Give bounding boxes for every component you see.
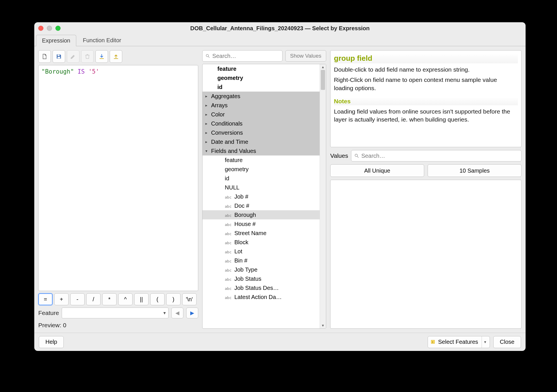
type-abc-icon: abc bbox=[225, 213, 231, 218]
operator-button[interactable]: / bbox=[86, 293, 101, 305]
operator-button[interactable]: - bbox=[70, 293, 85, 305]
content-area: "Borough" IS '5' =+-/*^||()'\n' Feature … bbox=[34, 46, 526, 333]
values-buttons-row: All Unique 10 Samples bbox=[330, 164, 522, 177]
download-icon bbox=[99, 53, 105, 60]
values-list[interactable] bbox=[330, 180, 522, 329]
tree-field-item[interactable]: abcLot bbox=[203, 247, 320, 256]
caret-icon: ▸ bbox=[205, 140, 211, 144]
tree-field-item[interactable]: geometry bbox=[203, 165, 320, 174]
help-pane: group field Double-click to add field na… bbox=[330, 50, 522, 147]
tree-group[interactable]: ▸Aggregates bbox=[203, 92, 320, 101]
tree-field-item[interactable]: abcLatest Action Da… bbox=[203, 292, 320, 302]
tree-group[interactable]: ▸Arrays bbox=[203, 101, 320, 110]
expression-token-keyword: IS bbox=[77, 68, 85, 75]
help-button[interactable]: Help bbox=[39, 336, 64, 348]
save-icon bbox=[56, 53, 62, 60]
scroll-up-button[interactable]: ▲ bbox=[320, 64, 326, 70]
tree-search-input[interactable] bbox=[212, 53, 279, 59]
select-features-label: Select Features bbox=[438, 339, 478, 345]
scroll-track[interactable] bbox=[320, 70, 326, 323]
scroll-down-button[interactable]: ▼ bbox=[320, 323, 326, 328]
tree-field-item[interactable]: abcStreet Name bbox=[203, 229, 320, 238]
values-search-input[interactable] bbox=[361, 153, 518, 159]
tree-field-item[interactable]: abcJob Type bbox=[203, 265, 320, 274]
tree-field-item[interactable]: abcHouse # bbox=[203, 219, 320, 229]
type-abc-icon: abc bbox=[225, 277, 231, 282]
tree-group[interactable]: ▸Date and Time bbox=[203, 137, 320, 146]
tree-item-label: abcLatest Action Da… bbox=[211, 294, 282, 300]
tree-field-item[interactable]: abcJob Status bbox=[203, 274, 320, 283]
feature-next-button[interactable]: ▶ bbox=[186, 308, 198, 318]
feature-combo[interactable]: ▼ bbox=[62, 308, 169, 318]
function-tree: featuregeometryid▸Aggregates▸Arrays▸Colo… bbox=[202, 64, 326, 329]
values-search-box[interactable] bbox=[351, 150, 522, 161]
tree-top-item[interactable]: feature bbox=[203, 64, 320, 73]
operator-button[interactable]: ^ bbox=[118, 293, 133, 305]
export-expression-button[interactable] bbox=[110, 50, 122, 63]
tree-scrollbar[interactable]: ▲ ▼ bbox=[320, 64, 326, 328]
select-features-dropdown[interactable]: ▼ bbox=[482, 336, 488, 348]
tree-group-fields[interactable]: ▾Fields and Values bbox=[203, 146, 320, 155]
tab-expression[interactable]: Expression bbox=[36, 35, 76, 46]
type-abc-icon: abc bbox=[225, 259, 231, 263]
tree-field-item[interactable]: abcBlock bbox=[203, 238, 320, 247]
select-features-button[interactable]: ε Select Features ▼ bbox=[428, 336, 490, 348]
help-body-1: Double-click to add field name to expres… bbox=[334, 66, 518, 74]
operator-button[interactable]: + bbox=[54, 293, 69, 305]
help-body-2: Right-Click on field name to open contex… bbox=[334, 76, 518, 92]
operator-button[interactable]: || bbox=[134, 293, 149, 305]
tab-function-editor[interactable]: Function Editor bbox=[77, 35, 127, 46]
operator-button[interactable]: ( bbox=[150, 293, 165, 305]
operator-button[interactable]: ) bbox=[166, 293, 181, 305]
tree-field-item[interactable]: feature bbox=[203, 155, 320, 165]
tree-item-label: feature bbox=[211, 66, 237, 72]
chevron-down-icon: ▼ bbox=[163, 311, 167, 315]
tree-top-item[interactable]: geometry bbox=[203, 73, 320, 82]
tree-group[interactable]: ▸Color bbox=[203, 110, 320, 119]
type-abc-icon: abc bbox=[225, 296, 231, 300]
select-features-icon: ε bbox=[431, 339, 436, 345]
save-expression-button[interactable] bbox=[53, 50, 65, 63]
tree-field-item[interactable]: NULL bbox=[203, 183, 320, 192]
feature-prev-button[interactable]: ◀ bbox=[171, 308, 183, 318]
operator-button[interactable]: * bbox=[102, 293, 117, 305]
tab-bar: Expression Function Editor bbox=[34, 34, 526, 46]
minimize-window-button[interactable] bbox=[47, 26, 52, 31]
all-unique-button[interactable]: All Unique bbox=[330, 164, 424, 177]
tree-group[interactable]: ▸Conversions bbox=[203, 128, 320, 137]
ten-samples-button[interactable]: 10 Samples bbox=[428, 164, 522, 177]
operator-button[interactable]: = bbox=[38, 293, 53, 305]
close-window-button[interactable] bbox=[38, 26, 43, 31]
feature-label: Feature bbox=[38, 310, 59, 316]
new-expression-button[interactable] bbox=[38, 50, 51, 63]
tree-top-item[interactable]: id bbox=[203, 82, 320, 92]
operator-button[interactable]: '\n' bbox=[182, 293, 197, 305]
tree-search-box[interactable] bbox=[202, 50, 282, 62]
preview-row: Preview: 0 bbox=[38, 321, 198, 329]
svg-text:ε: ε bbox=[432, 340, 434, 343]
upload-icon bbox=[113, 53, 119, 60]
caret-icon: ▸ bbox=[205, 121, 211, 126]
trash-icon bbox=[84, 53, 91, 60]
import-expression-button[interactable] bbox=[95, 50, 108, 63]
zoom-window-button[interactable] bbox=[55, 26, 61, 31]
tree-item-label: Date and Time bbox=[211, 139, 248, 145]
scroll-thumb[interactable] bbox=[321, 70, 325, 90]
tree-field-item[interactable]: abcBorough bbox=[203, 210, 320, 219]
show-values-button[interactable]: Show Values bbox=[285, 50, 326, 62]
values-search-row: Values bbox=[330, 150, 522, 161]
expression-editor[interactable]: "Borough" IS '5' bbox=[38, 65, 198, 291]
tree-field-item[interactable]: abcJob Status Des… bbox=[203, 283, 320, 292]
tree-list[interactable]: featuregeometryid▸Aggregates▸Arrays▸Colo… bbox=[203, 64, 320, 328]
close-button[interactable]: Close bbox=[493, 336, 521, 348]
tree-toolbar: Show Values bbox=[202, 50, 326, 62]
tree-item-label: abcJob # bbox=[211, 193, 248, 200]
svg-line-5 bbox=[357, 156, 358, 157]
delete-expression-button bbox=[81, 50, 94, 63]
tree-field-item[interactable]: id bbox=[203, 174, 320, 183]
tree-group[interactable]: ▸Conditionals bbox=[203, 119, 320, 128]
tree-field-item[interactable]: abcBin # bbox=[203, 256, 320, 265]
tree-field-item[interactable]: abcJob # bbox=[203, 192, 320, 201]
svg-point-4 bbox=[355, 154, 358, 157]
tree-field-item[interactable]: abcDoc # bbox=[203, 201, 320, 210]
